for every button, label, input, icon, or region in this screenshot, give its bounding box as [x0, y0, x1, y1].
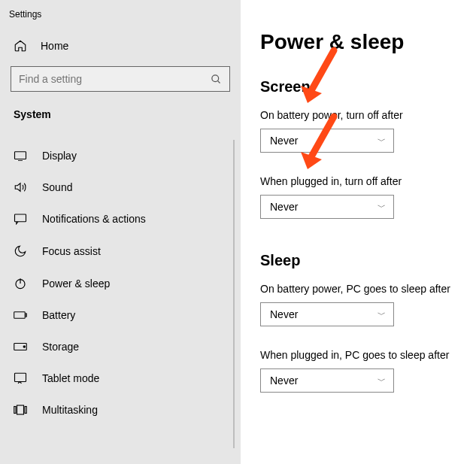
- home-label: Home: [41, 40, 68, 52]
- svg-point-0: [211, 74, 218, 81]
- tablet-icon: [14, 372, 27, 384]
- sidebar-item-label: Multitasking: [42, 404, 98, 416]
- svg-rect-8: [26, 314, 26, 317]
- sidebar-item-power-sleep[interactable]: Power & sleep: [0, 268, 233, 299]
- chevron-down-icon: ﹀: [377, 202, 386, 213]
- power-icon: [14, 277, 27, 290]
- svg-rect-12: [14, 407, 16, 414]
- app-title: Settings: [0, 6, 241, 33]
- sidebar-item-multitasking[interactable]: Multitasking: [0, 394, 233, 426]
- chevron-down-icon: ﹀: [377, 309, 386, 320]
- sidebar-item-focus-assist[interactable]: Focus assist: [0, 235, 233, 268]
- display-icon: [14, 150, 27, 161]
- sidebar-item-label: Battery: [42, 309, 75, 321]
- select-value: Never: [270, 201, 298, 213]
- sidebar-item-sound[interactable]: Sound: [0, 171, 233, 203]
- svg-rect-13: [17, 405, 24, 414]
- section-label-system: System: [0, 108, 241, 140]
- chevron-down-icon: ﹀: [377, 135, 386, 147]
- screen-plugged-label: When plugged in, turn off after: [260, 175, 476, 187]
- sleep-heading: Sleep: [260, 252, 476, 269]
- sleep-section: Sleep On battery power, PC goes to sleep…: [260, 252, 476, 393]
- sidebar-item-label: Display: [42, 150, 77, 162]
- sound-icon: [14, 181, 27, 193]
- search-icon: [210, 73, 222, 85]
- screen-heading: Screen: [260, 78, 476, 96]
- focus-assist-icon: [14, 244, 27, 258]
- sidebar-item-label: Tablet mode: [42, 372, 99, 384]
- sleep-plugged-select[interactable]: Never ﹀: [260, 368, 394, 393]
- sidebar-item-tablet-mode[interactable]: Tablet mode: [0, 362, 233, 394]
- svg-line-1: [217, 80, 220, 83]
- screen-section: Screen On battery power, turn off after …: [260, 78, 476, 219]
- select-value: Never: [270, 375, 298, 387]
- svg-rect-11: [15, 373, 26, 381]
- sidebar-item-display[interactable]: Display: [0, 140, 233, 171]
- screen-battery-label: On battery power, turn off after: [260, 109, 476, 121]
- svg-rect-4: [15, 214, 26, 222]
- select-value: Never: [270, 135, 298, 147]
- home-icon: [14, 39, 27, 53]
- search-input[interactable]: [19, 73, 210, 85]
- main-content: Power & sleep Screen On battery power, t…: [241, 0, 476, 464]
- page-title: Power & sleep: [260, 30, 476, 54]
- multitasking-icon: [14, 405, 27, 415]
- sidebar-item-label: Power & sleep: [42, 277, 110, 290]
- sidebar-item-label: Notifications & actions: [42, 213, 146, 225]
- nav-list: Display Sound Notifications & actions Fo…: [0, 140, 235, 448]
- svg-point-10: [23, 346, 25, 347]
- chevron-down-icon: ﹀: [377, 375, 386, 387]
- svg-rect-7: [14, 312, 26, 318]
- screen-battery-select[interactable]: Never ﹀: [260, 129, 394, 153]
- notifications-icon: [14, 213, 27, 225]
- sleep-battery-select[interactable]: Never ﹀: [260, 302, 394, 326]
- nav-home[interactable]: Home: [0, 33, 241, 66]
- sidebar-item-label: Storage: [42, 341, 79, 353]
- screen-plugged-select[interactable]: Never ﹀: [260, 195, 394, 219]
- sidebar-item-label: Sound: [42, 181, 72, 193]
- battery-icon: [14, 311, 27, 320]
- sidebar-item-battery[interactable]: Battery: [0, 299, 233, 331]
- sleep-battery-label: On battery power, PC goes to sleep after: [260, 283, 476, 295]
- sleep-plugged-label: When plugged in, PC goes to sleep after: [260, 349, 476, 361]
- sidebar: Settings Home System Display Sound Notif…: [0, 0, 241, 464]
- select-value: Never: [270, 308, 298, 320]
- sidebar-item-label: Focus assist: [42, 245, 101, 257]
- sidebar-item-notifications[interactable]: Notifications & actions: [0, 203, 233, 235]
- svg-rect-14: [25, 407, 26, 414]
- search-box[interactable]: [11, 66, 230, 92]
- sidebar-item-storage[interactable]: Storage: [0, 331, 233, 362]
- svg-rect-2: [15, 152, 26, 159]
- storage-icon: [14, 342, 27, 351]
